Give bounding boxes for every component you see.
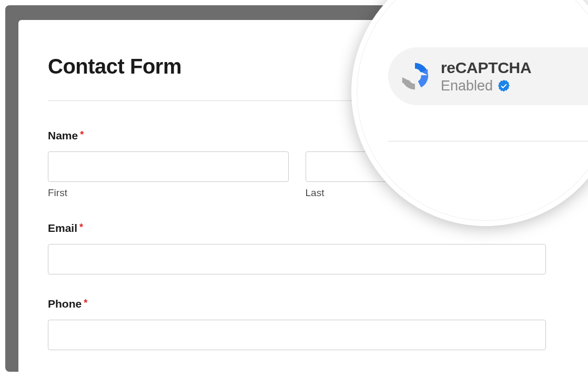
required-marker: * bbox=[79, 222, 83, 232]
phone-label: Phone bbox=[48, 298, 82, 310]
first-name-input[interactable] bbox=[48, 151, 289, 182]
phone-field-block: Phone* bbox=[48, 298, 546, 350]
email-field-block: Email* bbox=[48, 222, 546, 274]
name-label: Name bbox=[48, 129, 78, 141]
verified-icon bbox=[497, 79, 511, 93]
recaptcha-status-pill[interactable]: reCAPTCHA Enabled bbox=[388, 47, 588, 105]
recaptcha-title: reCAPTCHA bbox=[441, 59, 531, 77]
recaptcha-status: Enabled bbox=[441, 78, 493, 94]
phone-label-row: Phone* bbox=[48, 298, 546, 310]
screenshot-frame: Contact Form Name* First Last Email* bbox=[0, 0, 588, 377]
first-name-col: First bbox=[48, 151, 289, 199]
email-input[interactable] bbox=[48, 244, 546, 274]
required-marker: * bbox=[80, 129, 84, 140]
first-name-sublabel: First bbox=[48, 187, 289, 199]
magnifier-viewport: reCAPTCHA Enabled bbox=[357, 0, 588, 221]
phone-input[interactable] bbox=[48, 320, 546, 350]
required-marker: * bbox=[84, 298, 87, 308]
recaptcha-icon bbox=[399, 60, 431, 93]
recaptcha-text: reCAPTCHA Enabled bbox=[441, 59, 531, 94]
recaptcha-status-row: Enabled bbox=[441, 78, 531, 94]
email-label: Email bbox=[48, 222, 77, 234]
magnifier-divider bbox=[388, 141, 588, 141]
